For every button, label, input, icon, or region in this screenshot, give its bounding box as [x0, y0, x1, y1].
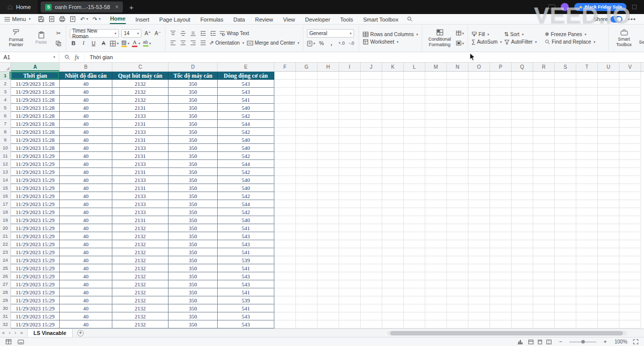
- cell-B16[interactable]: 40: [60, 192, 112, 200]
- cell-B28[interactable]: 40: [60, 288, 112, 296]
- share-button[interactable]: Share: [593, 16, 622, 23]
- cell-T12[interactable]: [576, 160, 598, 168]
- cell-P22[interactable]: [490, 240, 512, 248]
- cell-O12[interactable]: [468, 160, 490, 168]
- cell-N31[interactable]: [447, 312, 468, 320]
- cell-A10[interactable]: 11/29/2023 15:28: [11, 144, 60, 152]
- cell-K11[interactable]: [382, 152, 404, 160]
- page-layout-view-icon[interactable]: [537, 339, 543, 344]
- cell-E5[interactable]: 540: [218, 104, 274, 112]
- cell-N12[interactable]: [447, 160, 468, 168]
- cell-N4[interactable]: [447, 96, 468, 104]
- cell-R28[interactable]: [533, 288, 555, 296]
- cell-D17[interactable]: 350: [169, 200, 218, 208]
- cell-J15[interactable]: [361, 184, 382, 192]
- smart-toolbox-button[interactable]: Smart Toolbox: [612, 29, 635, 47]
- cell-P14[interactable]: [490, 176, 512, 184]
- cell-H22[interactable]: [317, 240, 339, 248]
- cell-L8[interactable]: [404, 128, 425, 136]
- cell-L13[interactable]: [404, 168, 425, 176]
- cell-O31[interactable]: [468, 312, 490, 320]
- cell-D23[interactable]: 350: [169, 248, 218, 256]
- cell-D8[interactable]: 350: [169, 128, 218, 136]
- cell-H3[interactable]: [317, 88, 339, 96]
- row-header-29[interactable]: 29: [0, 296, 11, 304]
- cell-A18[interactable]: 11/29/2023 15:29: [11, 208, 60, 216]
- cell-B23[interactable]: 40: [60, 248, 112, 256]
- cell-R19[interactable]: [533, 216, 555, 224]
- cell-C3[interactable]: 2132: [112, 88, 169, 96]
- menu-button[interactable]: Menu ▾: [0, 16, 35, 22]
- cell-P26[interactable]: [490, 272, 512, 280]
- cell-N21[interactable]: [447, 232, 468, 240]
- cell-T25[interactable]: [576, 264, 598, 272]
- cell-H29[interactable]: [317, 296, 339, 304]
- cell-M15[interactable]: [425, 184, 447, 192]
- cell-H16[interactable]: [317, 192, 339, 200]
- row-header-28[interactable]: 28: [0, 288, 11, 296]
- cell-Q26[interactable]: [512, 272, 533, 280]
- cell-Q8[interactable]: [512, 128, 533, 136]
- cell-J22[interactable]: [361, 240, 382, 248]
- cell-N16[interactable]: [447, 192, 468, 200]
- cell-L20[interactable]: [404, 224, 425, 232]
- cell-M23[interactable]: [425, 248, 447, 256]
- cell-S21[interactable]: [555, 232, 576, 240]
- cell-J27[interactable]: [361, 280, 382, 288]
- cell-D1[interactable]: Tốc độ máy cán: [169, 72, 218, 80]
- cell-O7[interactable]: [468, 120, 490, 128]
- cell-L3[interactable]: [404, 88, 425, 96]
- cell-G19[interactable]: [296, 216, 317, 224]
- cell-G8[interactable]: [296, 128, 317, 136]
- cell-F9[interactable]: [274, 136, 296, 144]
- format-as-table-button[interactable]: ▾: [456, 30, 464, 37]
- cell-F13[interactable]: [274, 168, 296, 176]
- cell-I6[interactable]: [339, 112, 361, 120]
- cell-E27[interactable]: 543: [218, 280, 274, 288]
- cell-V1[interactable]: [619, 72, 641, 80]
- cell-K29[interactable]: [382, 296, 404, 304]
- row-header-18[interactable]: 18: [0, 208, 11, 216]
- cell-E10[interactable]: 540: [218, 144, 274, 152]
- cell-A22[interactable]: 11/29/2023 15:29: [11, 240, 60, 248]
- cell-U31[interactable]: [598, 312, 619, 320]
- cell-C26[interactable]: 2132: [112, 272, 169, 280]
- cell-C19[interactable]: 2131: [112, 216, 169, 224]
- cell-A23[interactable]: 11/29/2023 15:29: [11, 248, 60, 256]
- cell-R30[interactable]: [533, 304, 555, 312]
- row-header-26[interactable]: 26: [0, 272, 11, 280]
- cell-G14[interactable]: [296, 176, 317, 184]
- cell-Q19[interactable]: [512, 216, 533, 224]
- cell-N11[interactable]: [447, 152, 468, 160]
- cell-O3[interactable]: [468, 88, 490, 96]
- name-box[interactable]: A1 ▾: [0, 52, 59, 62]
- cell-I30[interactable]: [339, 304, 361, 312]
- cell-E2[interactable]: 543: [218, 80, 274, 88]
- row-header-24[interactable]: 24: [0, 256, 11, 264]
- cell-S19[interactable]: [555, 216, 576, 224]
- cell-V20[interactable]: [619, 224, 641, 232]
- cell-J23[interactable]: [361, 248, 382, 256]
- cell-T15[interactable]: [576, 184, 598, 192]
- cell-B30[interactable]: 40: [60, 304, 112, 312]
- font-size-select[interactable]: 14▾: [121, 29, 141, 38]
- column-header-S[interactable]: S: [555, 63, 576, 71]
- cell-L22[interactable]: [404, 240, 425, 248]
- row-header-8[interactable]: 8: [0, 128, 11, 136]
- cell-M5[interactable]: [425, 104, 447, 112]
- cell-R7[interactable]: [533, 120, 555, 128]
- status-table-icon[interactable]: [6, 339, 12, 344]
- cell-O1[interactable]: [468, 72, 490, 80]
- row-header-3[interactable]: 3: [0, 88, 11, 96]
- cell-Q6[interactable]: [512, 112, 533, 120]
- cell-V16[interactable]: [619, 192, 641, 200]
- column-header-O[interactable]: O: [468, 63, 490, 71]
- cell-C4[interactable]: 2132: [112, 96, 169, 104]
- cell-T18[interactable]: [576, 208, 598, 216]
- cell-S23[interactable]: [555, 248, 576, 256]
- cell-S9[interactable]: [555, 136, 576, 144]
- cell-J16[interactable]: [361, 192, 382, 200]
- cell-H6[interactable]: [317, 112, 339, 120]
- cell-A26[interactable]: 11/29/2023 15:29: [11, 272, 60, 280]
- column-header-E[interactable]: E: [218, 63, 274, 71]
